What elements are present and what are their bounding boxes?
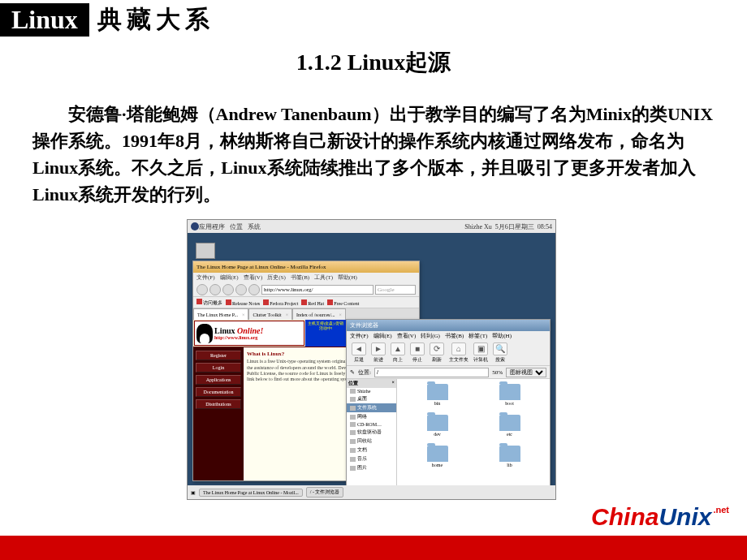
tab-linux-home[interactable]: The Linux Home P...×	[193, 308, 248, 320]
ff-menu-bookmarks[interactable]: 书签(B)	[291, 274, 309, 282]
folder-icon	[499, 415, 520, 431]
side-trash[interactable]: 回收站	[347, 437, 396, 446]
ff-menu-help[interactable]: 帮助(H)	[338, 274, 357, 282]
close-icon[interactable]: ×	[286, 312, 288, 317]
ff-menu-file[interactable]: 文件(F)	[196, 274, 215, 282]
show-desktop-icon[interactable]: ▣	[191, 489, 196, 495]
ff-menu-view[interactable]: 查看(V)	[244, 274, 263, 282]
folder-lib[interactable]: lib	[474, 446, 545, 475]
side-cdrom[interactable]: CD-ROM…	[347, 421, 396, 428]
gnome-bottom-panel: ▣ The Linux Home Page at Linux Online - …	[188, 485, 555, 499]
fb-menu-go[interactable]: 转到(G)	[421, 332, 440, 340]
firefox-titlebar[interactable]: The Linux Home Page at Linux Online - Mo…	[193, 261, 419, 273]
home-button[interactable]	[248, 284, 260, 295]
folder-boot[interactable]: boot	[474, 384, 545, 413]
pencil-icon[interactable]: ✎	[350, 369, 355, 376]
address-bar[interactable]: http://www.linux.org/	[261, 285, 374, 295]
side-music[interactable]: 音乐	[347, 454, 396, 463]
menu-places[interactable]: 位置	[230, 222, 243, 231]
view-selector[interactable]: 图标视图	[506, 368, 546, 377]
loc-label: 位置:	[358, 368, 371, 377]
reload-button[interactable]	[222, 284, 234, 295]
side-docs[interactable]: 文档	[347, 446, 396, 454]
linuxorg-ad[interactable]: 主机支持(金盘) 促销活动中!	[305, 320, 346, 347]
menu-system[interactable]: 系统	[248, 222, 261, 231]
search-box[interactable]: Google	[375, 285, 416, 295]
bm-most[interactable]: 访问最多	[196, 299, 222, 307]
fb-side-header: 位置×	[347, 379, 396, 388]
fb-menu-tabs[interactable]: 标签(T)	[468, 332, 487, 340]
linux-tag: Linux	[0, 3, 89, 37]
firefox-toolbar: http://www.linux.org/ Google	[193, 282, 419, 297]
folder-icon	[427, 415, 448, 431]
top-banner: Linux 典藏大系	[0, 0, 747, 39]
close-icon[interactable]: ×	[242, 312, 244, 317]
tab-sources[interactable]: Index of /sources/...×	[292, 308, 346, 320]
bm-redhat[interactable]: Red Hat	[301, 299, 324, 306]
side-home[interactable]: Shizhe	[347, 388, 396, 394]
fb-menubar: 文件(F) 编辑(E) 查看(V) 转到(G) 书签(B) 标签(T) 帮助(H…	[347, 331, 550, 340]
fb-search-button[interactable]: 🔍搜索	[493, 342, 507, 364]
close-icon[interactable]: ×	[392, 380, 395, 387]
fb-stop-button[interactable]: ■停止	[410, 342, 425, 364]
gnome-desktop: 应用程序 位置 系统 Shizhe Xu 5月6日星期三 08:54 计算机 T…	[188, 220, 555, 499]
fb-home-button[interactable]: ⌂主文件夹	[449, 342, 468, 364]
zoom-level[interactable]: 50%	[492, 369, 503, 376]
folder-dev[interactable]: dev	[402, 415, 473, 444]
fb-menu-file[interactable]: 文件(F)	[350, 332, 369, 340]
fb-back-button[interactable]: ◄后退	[352, 342, 366, 364]
bm-free[interactable]: Free Content	[327, 299, 359, 306]
side-desktop[interactable]: 桌面	[347, 394, 396, 403]
ff-menu-tools[interactable]: 工具(T)	[314, 274, 333, 282]
fb-reload-button[interactable]: ⟳刷新	[430, 342, 444, 364]
btn-login[interactable]: Login	[196, 363, 241, 373]
fb-menu-edit[interactable]: 编辑(E)	[374, 332, 392, 340]
ff-menu-edit[interactable]: 编辑(E)	[220, 274, 239, 282]
task-filebrowser[interactable]: / - 文件浏览器	[306, 487, 344, 498]
fb-forward-button[interactable]: ►前进	[371, 342, 386, 364]
fb-titlebar[interactable]: 文件浏览器	[347, 320, 550, 331]
btn-apps[interactable]: Applications	[196, 375, 241, 385]
fb-location-bar: ✎ 位置: 50% 图标视图	[347, 366, 550, 379]
close-icon[interactable]: ×	[339, 312, 342, 317]
panel-time: 08:54	[538, 223, 552, 230]
firefox-menubar: 文件(F) 编辑(E) 查看(V) 历史(S) 书签(B) 工具(T) 帮助(H…	[193, 273, 419, 282]
tab-strip: The Linux Home P...× Clutter Toolkit× In…	[193, 308, 419, 320]
folder-icon	[499, 446, 520, 462]
folder-home[interactable]: home	[402, 446, 473, 475]
bm-release[interactable]: Release Notes	[226, 299, 260, 306]
folder-bin[interactable]: bin	[402, 384, 473, 413]
bm-fedora[interactable]: Fedora Project	[263, 299, 298, 306]
fb-up-button[interactable]: ▲向上	[391, 342, 405, 364]
task-firefox[interactable]: The Linux Home Page at Linux Online - Mo…	[199, 489, 303, 497]
linuxorg-logo[interactable]: Linux Online! http://www.linux.org	[194, 321, 304, 346]
folder-etc[interactable]: etc	[474, 415, 545, 444]
fb-sidebar: 位置× Shizhe 桌面 文件系统 网络 CD-ROM… 软盘驱动器 回收站 …	[347, 379, 397, 485]
fb-menu-bookmarks[interactable]: 书签(B)	[445, 332, 464, 340]
chinaunix-logo: ChinaUnix.net	[591, 503, 729, 531]
stop-button[interactable]	[235, 284, 247, 295]
btn-docs[interactable]: Documentation	[196, 387, 241, 397]
location-input[interactable]	[374, 368, 489, 377]
ff-menu-history[interactable]: 历史(S)	[267, 274, 286, 282]
page-title: 1.1.2 Linux起源	[0, 47, 747, 78]
back-button[interactable]	[196, 284, 208, 295]
linuxorg-sidebar: Register Login Applications Documentatio…	[193, 347, 244, 480]
folder-icon	[427, 384, 448, 400]
menu-apps[interactable]: 应用程序	[199, 222, 225, 231]
fb-menu-view[interactable]: 查看(V)	[397, 332, 417, 340]
gnome-top-panel: 应用程序 位置 系统 Shizhe Xu 5月6日星期三 08:54	[188, 220, 555, 233]
tab-clutter[interactable]: Clutter Toolkit×	[248, 308, 292, 320]
fb-menu-help[interactable]: 帮助(H)	[492, 332, 512, 340]
forward-button[interactable]	[209, 284, 221, 295]
side-filesystem[interactable]: 文件系统	[347, 403, 396, 412]
side-pics[interactable]: 图片	[347, 463, 396, 472]
side-floppy[interactable]: 软盘驱动器	[347, 428, 396, 437]
btn-distros[interactable]: Distributions	[196, 399, 241, 409]
side-network[interactable]: 网络	[347, 412, 396, 421]
tux-icon	[196, 324, 213, 343]
panel-user[interactable]: Shizhe Xu	[464, 223, 492, 230]
fb-icon-view[interactable]: bin boot dev etc home lib	[397, 379, 550, 485]
fb-computer-button[interactable]: ▣计算机	[473, 342, 488, 364]
btn-register[interactable]: Register	[196, 351, 241, 360]
